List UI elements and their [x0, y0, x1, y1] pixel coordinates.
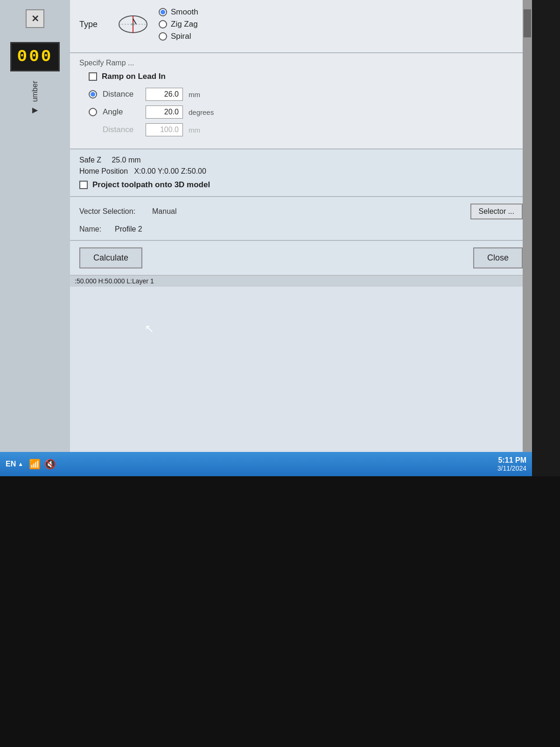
radio-zigzag-circle[interactable]	[159, 20, 167, 28]
signal-icon: 📶	[29, 458, 41, 470]
angle-row: Angle degrees	[89, 106, 523, 119]
selector-button[interactable]: Selector ...	[470, 204, 523, 219]
distance2-row: Distance mm	[89, 123, 523, 136]
name-value: Profile 2	[115, 225, 142, 233]
taskbar-date: 3/11/2024	[497, 465, 526, 472]
radio-smooth-circle[interactable]	[159, 8, 167, 16]
radio-spiral-label: Spiral	[171, 32, 191, 41]
ramp-on-lead-in-row: Ramp on Lead In	[89, 72, 523, 81]
taskbar-arrow-icon: ▲	[18, 461, 23, 467]
radio-smooth-label: Smooth	[171, 7, 198, 17]
distance-unit: mm	[189, 91, 200, 99]
safe-z-value: 25.0 mm	[112, 156, 140, 164]
name-label: Name:	[79, 225, 107, 233]
safez-row: Safe Z 25.0 mm	[79, 156, 523, 164]
vector-selection-label: Vector Selection:	[79, 207, 145, 216]
monitor-bottom	[0, 476, 560, 747]
taskbar-language: EN	[6, 460, 16, 468]
ramp-on-lead-checkbox[interactable]	[89, 72, 97, 81]
ellipse-icon	[117, 14, 149, 35]
radio-spiral[interactable]: Spiral	[159, 32, 198, 41]
distance-row: Distance mm	[89, 88, 523, 101]
taskbar: EN ▲ 📶 🔇 5:11 PM 3/11/2024	[0, 452, 532, 476]
radio-zigzag-label: Zig Zag	[171, 20, 198, 29]
angle-radio[interactable]	[89, 108, 97, 116]
status-bar: :50.000 H:50.000 L:Layer 1	[70, 275, 532, 287]
bottom-buttons: Calculate Close	[70, 241, 532, 275]
type-label: Type	[79, 20, 107, 29]
home-position-value: X:0.00 Y:0.00 Z:50.00	[134, 167, 206, 175]
calculate-button[interactable]: Calculate	[79, 247, 142, 268]
project-toolpath-label: Project toolpath onto 3D model	[92, 180, 210, 190]
radio-options: Smooth Zig Zag Spiral	[159, 7, 198, 41]
type-row: Type Smooth	[79, 7, 523, 41]
vector-section: Vector Selection: Manual Selector ... Na…	[70, 197, 532, 241]
home-position-row: Home Position X:0.00 Y:0.00 Z:50.00	[79, 167, 523, 176]
status-bar-text: :50.000 H:50.000 L:Layer 1	[75, 277, 154, 285]
home-position-label: Home Position	[79, 167, 128, 175]
vector-row: Vector Selection: Manual Selector ...	[79, 204, 523, 219]
yellow-digits: 000	[17, 47, 53, 66]
project-toolpath-checkbox[interactable]	[79, 181, 88, 189]
ramp-section: Specify Ramp ... Ramp on Lead In Distanc…	[70, 53, 532, 149]
angle-unit: degrees	[189, 108, 214, 116]
angle-label: Angle	[103, 107, 140, 117]
safe-z-label: Safe Z	[79, 156, 101, 164]
vector-selection-mode: Manual	[152, 207, 176, 216]
close-x-button[interactable]: ✕	[26, 9, 44, 28]
distance-radio[interactable]	[89, 90, 97, 99]
scrollbar[interactable]	[523, 0, 532, 476]
project-toolpath-row: Project toolpath onto 3D model	[79, 180, 523, 190]
type-section: Type Smooth	[70, 0, 532, 53]
close-button[interactable]: Close	[473, 247, 523, 268]
angle-input[interactable]	[146, 106, 183, 119]
speaker-muted-icon: 🔇	[44, 458, 56, 470]
partial-label: umber	[31, 81, 39, 102]
distance2-unit: mm	[189, 126, 200, 134]
radio-zigzag[interactable]: Zig Zag	[159, 20, 198, 29]
taskbar-icons: 📶 🔇	[29, 458, 56, 470]
distance-label: Distance	[103, 90, 140, 99]
yellow-display: 000	[10, 42, 60, 71]
left-sidebar: ✕ 000 umber ▶	[0, 0, 70, 476]
distance-input[interactable]	[146, 88, 183, 101]
ramp-on-lead-label: Ramp on Lead In	[102, 72, 166, 81]
scrollbar-thumb[interactable]	[524, 9, 531, 37]
radio-smooth[interactable]: Smooth	[159, 7, 198, 17]
taskbar-time: 5:11 PM	[497, 456, 526, 465]
monitor-screen: ✕ 000 umber ▶ Type	[0, 0, 532, 476]
safez-section: Safe Z 25.0 mm Home Position X:0.00 Y:0.…	[70, 149, 532, 197]
main-dialog: Type Smooth	[70, 0, 532, 476]
specify-ramp-label: Specify Ramp ...	[79, 59, 523, 67]
arrow-indicator: ▶	[32, 106, 38, 114]
distance2-input[interactable]	[146, 123, 183, 136]
radio-spiral-circle[interactable]	[159, 32, 167, 41]
name-row: Name: Profile 2	[79, 225, 523, 233]
distance2-label: Distance	[103, 125, 140, 134]
svg-point-4	[132, 23, 134, 26]
taskbar-time-block: 5:11 PM 3/11/2024	[497, 456, 526, 472]
